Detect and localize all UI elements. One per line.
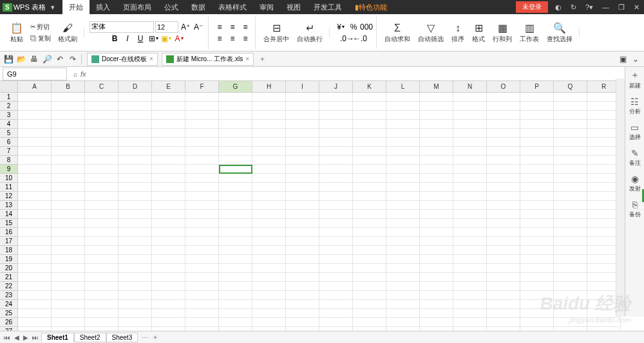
cell-reference-box[interactable]: G9 [3,68,67,80]
redo-icon[interactable]: ↷ [67,53,79,65]
cell[interactable] [286,183,319,192]
cell[interactable] [18,219,52,228]
cell[interactable] [487,237,520,246]
cell[interactable] [286,174,319,183]
cell[interactable] [185,273,219,282]
cell[interactable] [420,210,453,219]
cell[interactable] [118,273,152,282]
shrink-font-button[interactable]: A⁻ [193,21,204,33]
cell[interactable] [487,291,520,300]
cell[interactable] [353,228,386,237]
close-icon[interactable]: ✕ [632,3,641,12]
sidebar-item[interactable]: ＋新建 [629,70,641,90]
cell[interactable] [85,183,118,192]
cell[interactable] [453,309,487,318]
row-header[interactable]: 15 [0,219,18,228]
cell[interactable] [554,93,587,102]
cell[interactable] [386,228,420,237]
cell[interactable] [319,174,353,183]
row-header[interactable]: 17 [0,237,18,246]
cell[interactable] [353,93,386,102]
cell[interactable] [420,309,453,318]
cell[interactable] [420,192,453,201]
cell[interactable] [386,210,420,219]
cell[interactable] [386,147,420,156]
login-button[interactable]: 未登录 [516,1,548,13]
row-header[interactable]: 9 [0,165,18,174]
open-icon[interactable]: 📂 [15,53,27,65]
cell[interactable] [487,255,520,264]
cell[interactable] [554,165,587,174]
cell[interactable] [252,228,286,237]
fill-color-button[interactable]: ▣▾ [160,33,172,44]
cell[interactable] [353,237,386,246]
cell[interactable] [520,165,554,174]
cell[interactable] [185,309,219,318]
cell[interactable] [286,291,319,300]
cell[interactable] [85,228,118,237]
cell[interactable] [554,147,587,156]
cell[interactable] [85,120,118,129]
cell[interactable] [453,291,487,300]
cell[interactable] [386,255,420,264]
cell[interactable] [18,264,52,273]
cell[interactable] [152,102,185,111]
new-tab-button[interactable]: ＋ [259,54,266,64]
cell[interactable] [319,219,353,228]
cell[interactable] [487,129,520,138]
cell[interactable] [520,93,554,102]
cell[interactable] [252,138,286,147]
cell[interactable] [219,201,252,210]
column-header[interactable]: F [185,81,219,92]
cell[interactable] [520,228,554,237]
cell[interactable] [85,318,118,327]
cell[interactable] [118,93,152,102]
cell[interactable] [118,165,152,174]
cell[interactable] [52,327,85,331]
cell[interactable] [252,102,286,111]
cell[interactable] [118,264,152,273]
rowcol-button[interactable]: ▦行和列 [490,21,515,45]
cell[interactable] [252,318,286,327]
cell[interactable] [52,129,85,138]
cell[interactable] [319,309,353,318]
cell[interactable] [185,93,219,102]
sort-button[interactable]: ↕排序 [449,21,467,45]
cell[interactable] [252,210,286,219]
cell[interactable] [286,228,319,237]
cell[interactable] [487,300,520,309]
cell[interactable] [554,246,587,255]
row-header[interactable]: 22 [0,282,18,291]
cell[interactable] [252,165,286,174]
cell[interactable] [554,219,587,228]
cell[interactable] [453,201,487,210]
cell[interactable] [319,129,353,138]
cell[interactable] [420,120,453,129]
cell[interactable] [520,219,554,228]
cell[interactable] [353,192,386,201]
cell[interactable] [487,282,520,291]
cell[interactable] [185,147,219,156]
cell[interactable] [453,282,487,291]
preview-icon[interactable]: 🔎 [41,53,53,65]
cell[interactable] [554,309,587,318]
cell[interactable] [520,264,554,273]
cell[interactable] [587,327,621,331]
inc-decimal-button[interactable]: .0→ [341,33,353,44]
cell[interactable] [18,228,52,237]
cell[interactable] [487,183,520,192]
cell[interactable] [85,273,118,282]
cell[interactable] [453,138,487,147]
cell[interactable] [487,156,520,165]
cell[interactable] [219,318,252,327]
cell[interactable] [286,147,319,156]
cell[interactable] [319,93,353,102]
cell[interactable] [286,300,319,309]
cell[interactable] [152,120,185,129]
cell[interactable] [453,237,487,246]
cell[interactable] [52,237,85,246]
autosum-button[interactable]: Σ自动求和 [382,21,413,45]
cell[interactable] [554,282,587,291]
cell[interactable] [420,255,453,264]
cell[interactable] [152,201,185,210]
